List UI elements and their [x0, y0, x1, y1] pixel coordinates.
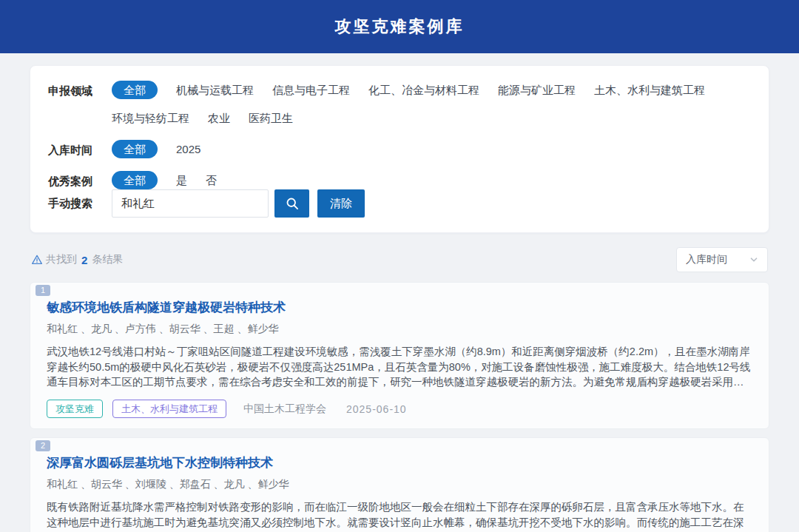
- card-authors: 和礼红 、胡云华 、刘堰陵 、郑盘石 、龙凡 、鲜少华: [47, 478, 752, 491]
- results-bar: 共找到 2 条结果 入库时间: [31, 247, 768, 272]
- card-description: 既有铁路附近基坑降水需严格控制对铁路变形的影响，而在临江一级阶地地区一般会在细粒…: [47, 499, 752, 532]
- page-title: 攻坚克难案例库: [335, 16, 465, 38]
- card-tag: 土木、水利与建筑工程: [112, 400, 226, 418]
- results-list: 1敏感环境地铁盾构隧道穿越极硬岩特种技术和礼红 、龙凡 、卢方伟 、胡云华 、王…: [30, 282, 769, 532]
- filter-options-excellent: 全部是否: [112, 171, 217, 189]
- card-tag: 攻坚克难: [47, 400, 103, 418]
- main-content: 申报领域全部机械与运载工程信息与电子工程化工、冶金与材料工程能源与矿业工程土木、…: [0, 53, 799, 532]
- card-title[interactable]: 敏感环境地铁盾构隧道穿越极硬岩特种技术: [47, 299, 752, 316]
- filter-option[interactable]: 土木、水利与建筑工程: [594, 81, 705, 99]
- chevron-down-icon: [749, 255, 758, 264]
- card-index-badge: 2: [36, 440, 50, 451]
- filter-row-excellent: 优秀案例全部是否: [48, 171, 751, 189]
- filter-label-time: 入库时间: [48, 140, 101, 158]
- filter-panel: 申报领域全部机械与运载工程信息与电子工程化工、冶金与材料工程能源与矿业工程土木、…: [30, 65, 769, 233]
- filter-option[interactable]: 化工、冶金与材料工程: [368, 81, 479, 99]
- filter-option-selected-time[interactable]: 全部: [112, 140, 158, 158]
- sort-dropdown[interactable]: 入库时间: [676, 247, 768, 272]
- filter-option[interactable]: 能源与矿业工程: [498, 81, 576, 99]
- sort-dropdown-value: 入库时间: [686, 253, 727, 266]
- clear-button[interactable]: 清除: [317, 189, 365, 218]
- magnifier-icon: [285, 196, 300, 211]
- filter-label-excellent: 优秀案例: [48, 171, 101, 189]
- search-label: 手动搜索: [48, 197, 101, 211]
- card-index-badge: 1: [36, 285, 50, 296]
- filter-option[interactable]: 2025: [176, 140, 200, 158]
- card-date: 2025-06-10: [346, 403, 407, 415]
- filter-option[interactable]: 是: [176, 171, 187, 189]
- results-found-prefix: 共找到: [46, 253, 77, 266]
- card-description: 武汉地铁12号线港口村站～丁家咀站区间隧道工程建设环境敏感，需浅覆土下穿墨水湖（…: [47, 344, 752, 390]
- filter-row-field: 申报领域全部机械与运载工程信息与电子工程化工、冶金与材料工程能源与矿业工程土木、…: [48, 81, 751, 127]
- app-header: 攻坚克难案例库: [0, 0, 799, 53]
- card-footer: 攻坚克难土木、水利与建筑工程中国土木工程学会2025-06-10: [47, 400, 752, 418]
- filter-option-selected-excellent[interactable]: 全部: [112, 171, 158, 189]
- result-card[interactable]: 2深厚富水圆砾层基坑地下水控制特种技术和礼红 、胡云华 、刘堰陵 、郑盘石 、龙…: [30, 437, 769, 532]
- filter-label-field: 申报领域: [48, 81, 101, 98]
- filter-row-search: 手动搜索 清除: [48, 189, 751, 218]
- card-authors: 和礼红 、龙凡 、卢方伟 、胡云华 、王超 、鲜少华: [47, 323, 752, 336]
- card-title[interactable]: 深厚富水圆砾层基坑地下水控制特种技术: [47, 454, 752, 471]
- results-found-suffix: 条结果: [92, 253, 123, 266]
- filter-option-selected-field[interactable]: 全部: [112, 81, 158, 99]
- filter-options-time: 全部2025: [112, 140, 200, 158]
- result-card[interactable]: 1敏感环境地铁盾构隧道穿越极硬岩特种技术和礼红 、龙凡 、卢方伟 、胡云华 、王…: [30, 282, 769, 429]
- card-organization: 中国土木工程学会: [243, 403, 326, 416]
- filter-rows: 申报领域全部机械与运载工程信息与电子工程化工、冶金与材料工程能源与矿业工程土木、…: [48, 81, 751, 189]
- filter-options-field: 全部机械与运载工程信息与电子工程化工、冶金与材料工程能源与矿业工程土木、水利与建…: [112, 81, 751, 127]
- results-info: 共找到 2 条结果: [31, 253, 123, 266]
- warning-triangle-icon: [31, 254, 43, 266]
- filter-option[interactable]: 医药卫生: [249, 109, 293, 127]
- filter-option[interactable]: 农业: [208, 109, 230, 127]
- results-count: 2: [81, 254, 87, 266]
- filter-option[interactable]: 机械与运载工程: [176, 81, 254, 99]
- filter-row-time: 入库时间全部2025: [48, 140, 751, 158]
- search-input[interactable]: [112, 189, 269, 218]
- filter-option[interactable]: 否: [206, 171, 217, 189]
- filter-option[interactable]: 环境与轻纺工程: [112, 109, 189, 127]
- filter-option[interactable]: 信息与电子工程: [272, 81, 350, 99]
- search-button[interactable]: [274, 189, 309, 218]
